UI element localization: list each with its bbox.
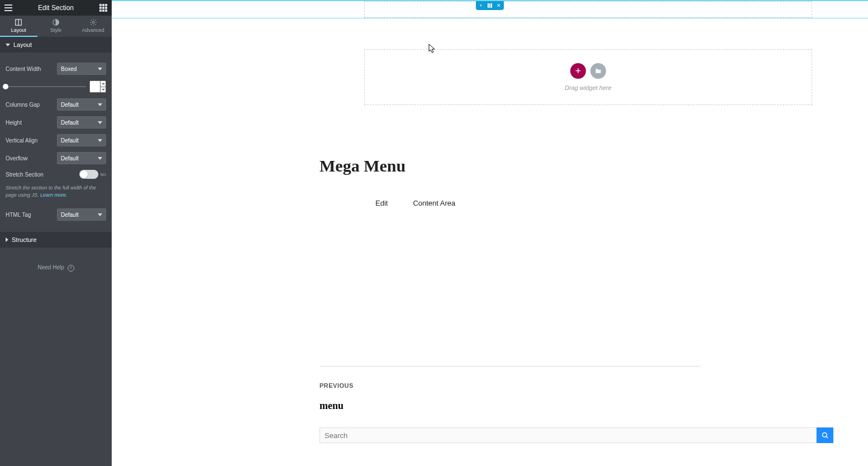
search-button[interactable] xyxy=(817,427,833,443)
layout-section-title: Layout xyxy=(13,41,32,48)
chevron-down-icon xyxy=(98,121,102,124)
post-navigation: PREVIOUS menu xyxy=(319,366,700,412)
vertical-align-select[interactable]: Default xyxy=(57,134,106,146)
columns-gap-select[interactable]: Default xyxy=(57,98,106,111)
html-tag-select[interactable]: Default xyxy=(57,208,106,221)
height-select[interactable]: Default xyxy=(57,116,106,129)
section-outline[interactable] xyxy=(364,1,812,18)
html-tag-value: Default xyxy=(61,212,79,218)
drag-widget-text: Drag widget here xyxy=(565,84,612,91)
page-title: Mega Menu xyxy=(319,156,700,175)
page-content: Mega Menu Edit Content Area xyxy=(319,156,700,207)
chevron-down-icon xyxy=(98,68,102,70)
spin-up[interactable] xyxy=(100,81,106,87)
height-value: Default xyxy=(61,120,79,126)
edit-section-button[interactable] xyxy=(487,2,493,9)
style-icon xyxy=(52,18,60,26)
layout-section-header[interactable]: Layout xyxy=(0,37,112,53)
layout-icon xyxy=(15,18,22,26)
tab-layout[interactable]: Layout xyxy=(0,16,37,37)
content-width-value: Boxed xyxy=(61,66,77,72)
columns-icon xyxy=(488,3,492,8)
slider-thumb[interactable] xyxy=(3,84,8,89)
overflow-select[interactable]: Default xyxy=(57,152,106,164)
content-area-label: Content Area xyxy=(413,199,455,207)
vertical-align-value: Default xyxy=(61,137,79,144)
structure-section-header[interactable]: Structure xyxy=(0,232,112,248)
layout-controls: Content Width Boxed Columns Gap Default xyxy=(0,53,112,232)
tab-style-label: Style xyxy=(50,27,61,33)
search-form xyxy=(319,427,833,443)
svg-line-5 xyxy=(826,436,828,438)
template-library-button[interactable] xyxy=(590,63,606,79)
spin-down[interactable] xyxy=(100,87,106,93)
tab-style[interactable]: Style xyxy=(37,16,75,37)
editor-sidebar: Edit Section Layout Style Advanced Layou… xyxy=(0,0,112,466)
columns-gap-label: Columns Gap xyxy=(6,102,57,108)
previous-label: PREVIOUS xyxy=(319,382,700,389)
search-icon xyxy=(822,432,828,439)
sidebar-header: Edit Section xyxy=(0,0,112,16)
columns-gap-value: Default xyxy=(61,102,79,108)
width-slider[interactable] xyxy=(6,86,86,87)
content-width-label: Content Width xyxy=(6,66,57,72)
menu-icon[interactable] xyxy=(4,4,12,11)
learn-more-link[interactable]: Learn more. xyxy=(40,192,68,198)
chevron-down-icon xyxy=(98,157,102,160)
svg-point-3 xyxy=(92,21,94,23)
chevron-down-icon xyxy=(98,103,102,106)
stretch-section-toggle[interactable] xyxy=(79,170,98,179)
caret-right-icon xyxy=(6,237,8,242)
help-icon: ? xyxy=(68,265,74,272)
search-input[interactable] xyxy=(319,427,817,443)
sidebar-title: Edit Section xyxy=(12,4,99,12)
chevron-down-icon xyxy=(98,139,102,142)
section-handle: + ✕ xyxy=(476,1,504,10)
add-section-button[interactable]: + xyxy=(478,2,484,9)
add-widget-button[interactable]: + xyxy=(570,63,586,79)
vertical-align-label: Vertical Align xyxy=(6,137,57,144)
widgets-grid-icon[interactable] xyxy=(99,4,107,12)
svg-point-4 xyxy=(823,433,827,438)
section-bottom-border xyxy=(112,18,868,18)
edit-link[interactable]: Edit xyxy=(375,199,388,207)
widget-drop-area[interactable]: + Drag widget here xyxy=(364,49,812,105)
tab-advanced-label: Advanced xyxy=(82,27,104,33)
content-width-select[interactable]: Boxed xyxy=(57,63,106,75)
delete-section-button[interactable]: ✕ xyxy=(495,2,502,9)
overflow-value: Default xyxy=(61,155,79,161)
height-label: Height xyxy=(6,120,57,126)
need-help-link[interactable]: Need Help ? xyxy=(0,264,112,272)
tab-advanced[interactable]: Advanced xyxy=(74,16,112,37)
chevron-down-icon xyxy=(98,213,102,216)
stretch-hint: Stretch the section to the full width of… xyxy=(6,184,106,198)
tab-layout-label: Layout xyxy=(11,27,26,33)
overflow-label: Overflow xyxy=(6,155,57,161)
html-tag-label: HTML Tag xyxy=(6,212,57,218)
width-number-input[interactable] xyxy=(89,80,106,93)
folder-icon xyxy=(595,68,602,74)
caret-down-icon xyxy=(6,44,10,46)
toggle-state-text: NO xyxy=(101,173,107,177)
structure-section-title: Structure xyxy=(12,236,37,243)
stretch-section-label: Stretch Section xyxy=(6,172,79,178)
previous-post-link[interactable]: menu xyxy=(319,400,700,412)
gear-icon xyxy=(89,18,97,26)
panel-tabs: Layout Style Advanced xyxy=(0,16,112,37)
editor-canvas: + ✕ + Drag widget here Mega Menu Edit Co… xyxy=(112,0,868,466)
